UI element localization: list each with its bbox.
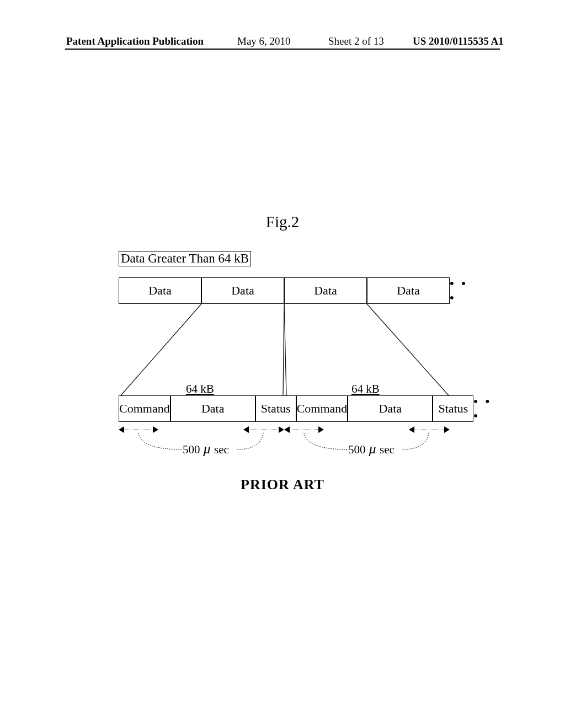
bottom-data-cell: Data [170, 395, 255, 422]
caption-box: Data Greater Than 64 kB [119, 251, 251, 266]
status-cell: Status [433, 395, 473, 422]
diagram: Data Data Data Data • • • 64 kB 64 kB Co… [119, 273, 475, 466]
header-sheet: Sheet 2 of 13 [328, 35, 384, 47]
usec-label: 500 µ sec [183, 441, 229, 457]
header-pubno: US 2010/0115535 A1 [413, 35, 504, 47]
usec-label: 500 µ sec [348, 441, 395, 457]
top-data-cell: Data [201, 277, 284, 304]
top-data-cell: Data [367, 277, 450, 304]
kb-label: 64 kB [351, 382, 380, 396]
header-date: May 6, 2010 [237, 35, 291, 47]
bottom-row: Command Data Status Command Data Status … [119, 395, 475, 422]
ellipsis: • • • [450, 277, 475, 304]
bottom-data-cell: Data [348, 395, 433, 422]
top-data-cell: Data [284, 277, 367, 304]
figure-label: Fig.2 [0, 213, 565, 231]
top-data-cell: Data [119, 277, 201, 304]
header-divider [65, 49, 500, 50]
svg-line-2 [284, 304, 286, 395]
command-cell: Command [119, 395, 170, 422]
ellipsis: • • • [473, 395, 499, 422]
kb-label: 64 kB [186, 382, 214, 396]
header-publication: Patent Application Publication [66, 35, 204, 47]
prior-art-label: PRIOR ART [0, 477, 565, 493]
status-cell: Status [255, 395, 296, 422]
top-row: Data Data Data Data • • • [119, 277, 475, 304]
command-cell: Command [296, 395, 348, 422]
